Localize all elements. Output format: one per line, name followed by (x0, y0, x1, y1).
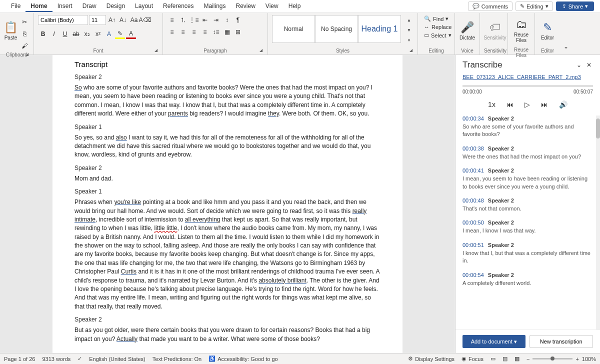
show-marks-icon[interactable]: ¶ (233, 15, 243, 25)
dialog-launcher-icon[interactable]: ◢ (260, 48, 262, 52)
audio-file-link[interactable]: BEE_073123_ALICE_CARRIERE_PART_2.mp3 (456, 72, 600, 82)
font-name-select[interactable] (38, 15, 88, 25)
style-nospacing[interactable]: No Spacing (315, 15, 358, 43)
transcript-entry[interactable]: 00:00:48Speaker 2That's not that common. (462, 198, 593, 212)
decrease-indent-icon[interactable]: ⇤ (200, 15, 210, 25)
highlight-icon[interactable]: ✎ (115, 29, 125, 39)
entry-timestamp[interactable]: 00:00:41 (462, 168, 484, 174)
align-right-icon[interactable]: ≡ (189, 27, 199, 37)
increase-indent-icon[interactable]: ⇥ (211, 15, 221, 25)
menu-draw[interactable]: Draw (78, 1, 102, 12)
close-icon[interactable]: ✕ (584, 60, 594, 70)
transcript-paragraph[interactable]: Mom and dad. (74, 174, 380, 183)
editing-mode-button[interactable]: ✎ Editing ▾ (516, 2, 553, 11)
sort-icon[interactable]: ↕ (222, 15, 232, 25)
comments-button[interactable]: 💬 Comments (468, 2, 512, 11)
volume-icon[interactable]: 🔊 (559, 100, 568, 108)
superscript-icon[interactable]: x² (93, 29, 103, 39)
web-layout-icon[interactable]: ▦ (514, 356, 520, 362)
reuse-files-button[interactable]: 🗂Reuse Files (512, 15, 530, 46)
read-mode-icon[interactable]: ▭ (490, 356, 496, 362)
borders-icon[interactable]: ⊞ (233, 27, 243, 37)
print-layout-icon[interactable]: ▤ (502, 356, 508, 362)
scrollbar[interactable] (596, 116, 600, 330)
bold-icon[interactable]: B (38, 29, 48, 39)
dialog-launcher-icon[interactable]: ◢ (26, 52, 28, 56)
entry-timestamp[interactable]: 00:00:50 (462, 220, 484, 226)
word-count[interactable]: 9313 words (42, 356, 70, 362)
style-heading1[interactable]: Heading 1 (358, 15, 401, 43)
entry-timestamp[interactable]: 00:00:54 (462, 272, 484, 278)
text-effects-icon[interactable]: A (104, 29, 114, 39)
cut-icon[interactable]: ✂ (20, 17, 30, 27)
share-button[interactable]: ⇪ Share ▾ (556, 2, 594, 11)
transcript-entry[interactable]: 00:00:38Speaker 2Were the ones that had … (462, 146, 593, 160)
menu-design[interactable]: Design (102, 1, 130, 12)
editor-button[interactable]: ✎Editor (539, 15, 556, 46)
format-painter-icon[interactable]: 🖌 (20, 41, 30, 51)
dialog-launcher-icon[interactable]: ◢ (154, 48, 158, 52)
select-button[interactable]: ▭ Select ▾ (422, 32, 454, 39)
menu-insert[interactable]: Insert (52, 1, 78, 12)
style-normal[interactable]: Normal (272, 15, 315, 43)
chevron-down-icon[interactable]: ⌄ (574, 60, 584, 70)
text-predictions[interactable]: Text Predictions: On (152, 356, 202, 362)
sensitivity-button[interactable]: 🏷Sensitivity (484, 15, 506, 46)
audio-progress[interactable] (462, 85, 593, 87)
dictate-button[interactable]: 🎤Dictate (459, 15, 476, 46)
transcript-paragraph[interactable]: So yes, so and also I want to say it, we… (74, 134, 380, 160)
zoom-level[interactable]: 100% (582, 356, 596, 362)
transcript-entry[interactable]: 00:00:41Speaker 2I mean, you seem to hav… (462, 168, 593, 190)
play-icon[interactable]: ▷ (524, 100, 530, 108)
numbering-icon[interactable]: ⒈ (178, 15, 188, 25)
styles-more-icon[interactable]: ▾ (404, 35, 414, 45)
zoom-slider[interactable] (532, 358, 572, 360)
entry-timestamp[interactable]: 00:00:34 (462, 116, 484, 122)
styles-down-icon[interactable]: ▼ (404, 25, 414, 35)
align-left-icon[interactable]: ≡ (167, 27, 177, 37)
menu-home[interactable]: Home (26, 1, 52, 12)
page-indicator[interactable]: Page 1 of 26 (4, 356, 35, 362)
menu-review[interactable]: Review (231, 1, 260, 12)
entry-timestamp[interactable]: 00:00:38 (462, 146, 484, 152)
find-button[interactable]: 🔍 Find ▾ (422, 15, 454, 22)
menu-layout[interactable]: Layout (130, 1, 158, 12)
skip-forward-icon[interactable]: ⏭ (541, 100, 548, 108)
grow-font-icon[interactable]: A↑ (107, 15, 117, 25)
transcript-entry[interactable]: 00:00:34Speaker 2So who are some of your… (462, 116, 593, 138)
document-area[interactable]: TranscriptSpeaker 2So who are some of yo… (0, 55, 455, 353)
transcript-entry[interactable]: 00:00:51Speaker 2I know that I, but that… (462, 242, 593, 265)
justify-icon[interactable]: ≡ (200, 27, 210, 37)
align-center-icon[interactable]: ≡ (178, 27, 188, 37)
add-to-document-button[interactable]: Add to document ▾ (462, 335, 526, 348)
copy-icon[interactable]: ⎘ (20, 29, 30, 39)
strike-icon[interactable]: ab (71, 29, 81, 39)
font-size-select[interactable] (89, 15, 106, 25)
transcript-paragraph[interactable]: But as you got older, were there certain… (74, 326, 380, 344)
menu-file[interactable]: File (6, 1, 26, 12)
paste-button[interactable]: 📋Paste (4, 15, 18, 46)
shrink-font-icon[interactable]: A↓ (118, 15, 128, 25)
spellcheck-icon[interactable]: ✓ (78, 356, 82, 362)
bullets-icon[interactable]: ≡ (167, 15, 177, 25)
focus-mode[interactable]: ◉ Focus (462, 356, 484, 362)
line-spacing-icon[interactable]: ↕≡ (211, 27, 221, 37)
transcript-paragraph[interactable]: Phrases when you're like pointing at a b… (74, 198, 380, 311)
menu-view[interactable]: View (260, 1, 284, 12)
multilevel-icon[interactable]: ⋮≡ (189, 15, 199, 25)
shading-icon[interactable]: ▦ (222, 27, 232, 37)
language-indicator[interactable]: English (United States) (89, 356, 146, 362)
accessibility-status[interactable]: ♿ Accessibility: Good to go (208, 356, 278, 362)
underline-icon[interactable]: U (60, 29, 70, 39)
collapse-ribbon-icon[interactable]: ⌄ (561, 42, 571, 52)
change-case-icon[interactable]: Aa (129, 15, 139, 25)
clear-format-icon[interactable]: A⌫ (140, 15, 150, 25)
new-transcription-button[interactable]: New transcription (530, 335, 594, 348)
menu-mailings[interactable]: Mailings (198, 1, 230, 12)
dialog-launcher-icon[interactable]: ◢ (410, 48, 412, 52)
styles-up-icon[interactable]: ▲ (404, 15, 414, 25)
playback-speed[interactable]: 1x (488, 100, 496, 108)
transcript-paragraph[interactable]: So who are some of your favorite authors… (74, 84, 380, 118)
menu-help[interactable]: Help (284, 1, 306, 12)
display-settings[interactable]: ⚙ Display Settings (408, 356, 454, 362)
